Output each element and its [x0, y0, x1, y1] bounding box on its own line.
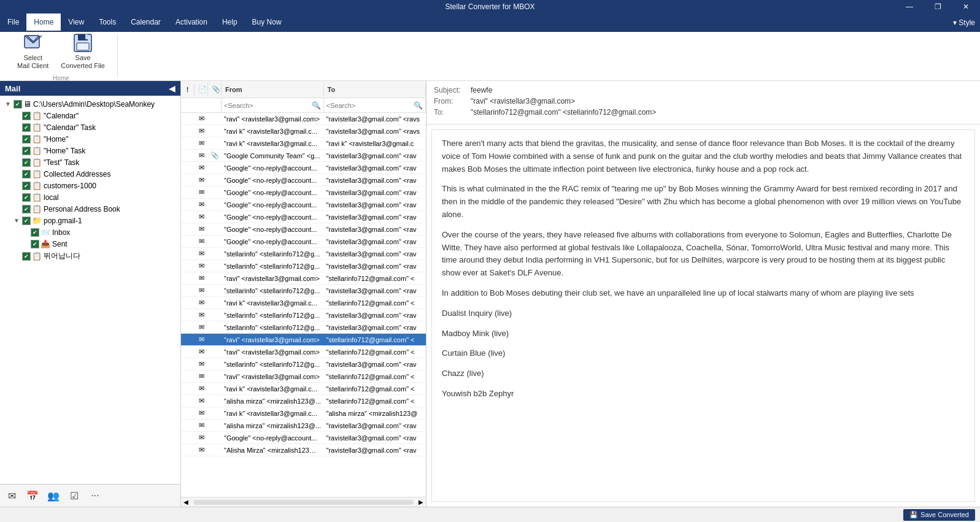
- email-row-selected[interactable]: ✉"ravi" <ravistellar3@gmail.com>"stellar…: [181, 334, 426, 346]
- tree-item-korean[interactable]: ✔ 📋 뛰어납니다: [0, 250, 180, 263]
- email-row[interactable]: ✉"Google" <no-reply@account..."ravistell…: [181, 211, 426, 223]
- email-row[interactable]: ✉"stellarinfo" <stellarinfo712@g..."ravi…: [181, 358, 426, 370]
- restore-button[interactable]: ❐: [924, 0, 952, 13]
- select-mail-client-button[interactable]: Select Mail Client: [12, 31, 53, 72]
- tab-help[interactable]: Help: [215, 13, 245, 32]
- flag: [181, 240, 195, 243]
- checkbox[interactable]: ✔: [22, 158, 31, 167]
- checkbox[interactable]: ✔: [22, 135, 31, 144]
- tree-item-customers[interactable]: ✔ 📋 customers-1000: [0, 180, 180, 191]
- checkbox[interactable]: ✔: [22, 123, 31, 132]
- save-converted-file-button[interactable]: Save Converted File: [56, 31, 110, 72]
- email-row[interactable]: ✉"ravi" <ravistellar3@gmail.com>"stellar…: [181, 272, 426, 285]
- email-row[interactable]: ✉📎"Google Community Team" <g..."ravistel…: [181, 150, 426, 162]
- attach: [208, 351, 222, 353]
- tree-item-calendar-task[interactable]: ✔ 📋 "Calendar" Task: [0, 121, 180, 133]
- email-row[interactable]: ✉"Google" <no-reply@account..."ravistell…: [181, 186, 426, 199]
- type-icon: ✉: [195, 334, 208, 345]
- from-search-input[interactable]: [224, 102, 312, 109]
- tab-tools[interactable]: Tools: [91, 13, 123, 32]
- from: "ravi" <ravistellar3@gmail.com>: [222, 372, 324, 382]
- save-icon: [73, 33, 93, 53]
- more-nav-button[interactable]: ···: [86, 487, 104, 504]
- style-menu[interactable]: ▾ Style: [953, 13, 980, 32]
- checkbox[interactable]: ✔: [22, 205, 31, 213]
- tab-view[interactable]: View: [61, 13, 91, 32]
- to-column-header[interactable]: To: [324, 83, 426, 96]
- to-search-input[interactable]: [326, 102, 414, 109]
- scroll-right-button[interactable]: ▶: [416, 499, 426, 505]
- tree-item-sent[interactable]: ✔ 📤 Sent: [0, 238, 180, 250]
- sidebar-collapse-button[interactable]: ◀: [169, 83, 176, 93]
- expand-icon-root[interactable]: ▼: [5, 101, 14, 107]
- checkbox[interactable]: ✔: [31, 240, 39, 248]
- contacts-nav-button[interactable]: 👥: [44, 487, 63, 504]
- tree-label: customers-1000: [44, 182, 96, 190]
- tree-item-collected-addresses[interactable]: ✔ 📋 Collected Addresses: [0, 168, 180, 180]
- tree-item-local[interactable]: ✔ 📋 local: [0, 191, 180, 203]
- tab-file[interactable]: File: [0, 13, 26, 32]
- email-row[interactable]: ✉"ravi" <ravistellar3@gmail.com>"stellar…: [181, 370, 426, 383]
- email-row[interactable]: ✉"alisha mirza" <mirzalish123@..."stella…: [181, 395, 426, 407]
- email-row[interactable]: ✉"ravi" <ravistellar3@gmail.com>"raviste…: [181, 113, 426, 125]
- mail-nav-button[interactable]: ✉: [2, 487, 21, 504]
- email-row[interactable]: ✉"ravi k" <ravistellar3@gmail.c..."stell…: [181, 297, 426, 309]
- tree-label: 뛰어납니다: [44, 251, 80, 261]
- email-row[interactable]: ✉"stellarinfo" <stellarinfo712@g..."ravi…: [181, 260, 426, 272]
- title-controls: — ❐ ✕: [895, 0, 980, 13]
- email-row[interactable]: ✉"ravi" <ravistellar3@gmail.com>"stellar…: [181, 346, 426, 358]
- tree-item-personal-address-book[interactable]: ✔ 📋 Personal Address Book: [0, 203, 180, 215]
- tree-item-home-task[interactable]: ✔ 📋 "Home" Task: [0, 145, 180, 156]
- type-icon: ✉: [195, 236, 208, 247]
- email-row[interactable]: ✉"Google" <no-reply@account..."ravistell…: [181, 236, 426, 248]
- tasks-nav-button[interactable]: ☑: [65, 487, 83, 504]
- checkbox[interactable]: ✔: [22, 112, 31, 120]
- email-row[interactable]: ✉"ravi k" <ravistellar3@gmail.c..."stell…: [181, 383, 426, 395]
- tab-activation[interactable]: Activation: [168, 13, 215, 32]
- email-row[interactable]: ✉"Alisha Mirza" <mirzalish123@..."ravist…: [181, 444, 426, 456]
- minimize-button[interactable]: —: [895, 0, 924, 13]
- save-converted-button[interactable]: 💾 Save Converted: [903, 509, 975, 521]
- email-row[interactable]: ✉"stellarinfo" <stellarinfo712@g..."ravi…: [181, 309, 426, 321]
- checkbox[interactable]: ✔: [22, 147, 31, 155]
- tree-item-root[interactable]: ▼ ✔ 🖥 C:\Users\Admin\Desktop\SeaMonkey: [0, 98, 180, 110]
- email-row[interactable]: ✉"Google" <no-reply@account..."ravistell…: [181, 432, 426, 444]
- scroll-left-button[interactable]: ◀: [181, 499, 191, 505]
- checkbox[interactable]: ✔: [22, 193, 31, 202]
- email-row[interactable]: ✉"ravi k" <ravistellar3@gmail.c..."alish…: [181, 407, 426, 420]
- email-row[interactable]: ✉"stellarinfo" <stellarinfo712@g..."ravi…: [181, 321, 426, 334]
- to: "ravistellar3@gmail.com" <rav: [324, 310, 426, 320]
- tree-item-inbox[interactable]: ✔ 📨 Inbox: [0, 226, 180, 238]
- tree-item-pop-gmail[interactable]: ▼ ✔ 📁 pop.gmail-1: [0, 215, 180, 226]
- tab-home[interactable]: Home: [26, 13, 61, 32]
- checkbox[interactable]: ✔: [22, 170, 31, 178]
- close-button[interactable]: ✕: [952, 0, 980, 13]
- email-row[interactable]: ✉"ravi k" <ravistellar3@gmail.c..."ravis…: [181, 125, 426, 137]
- tree-item-calendar[interactable]: ✔ 📋 "Calendar": [0, 110, 180, 121]
- tree-item-home[interactable]: ✔ 📋 "Home": [0, 133, 180, 145]
- from: "Alisha Mirza" <mirzalish123@...: [222, 445, 324, 455]
- type-icon: ✉: [195, 126, 208, 136]
- email-row[interactable]: ✉"Google" <no-reply@account..."ravistell…: [181, 174, 426, 186]
- inbox-icon: 📨: [41, 228, 50, 237]
- checkbox-root[interactable]: ✔: [14, 100, 22, 109]
- email-row[interactable]: ✉"Google" <no-reply@account..."ravistell…: [181, 199, 426, 211]
- email-row[interactable]: ✉"ravi k" <ravistellar3@gmail.c..."ravi …: [181, 137, 426, 150]
- checkbox[interactable]: ✔: [22, 252, 31, 261]
- checkbox[interactable]: ✔: [22, 182, 31, 190]
- calendar-nav-button[interactable]: 📅: [23, 487, 42, 504]
- expand-icon-popup[interactable]: ▼: [14, 217, 22, 224]
- email-row[interactable]: ✉"Google" <no-reply@account..."ravistell…: [181, 223, 426, 236]
- email-row[interactable]: ✉"Google" <no-reply@account..."ravistell…: [181, 162, 426, 174]
- title-bar: Stellar Converter for MBOX — ❐ ✕: [0, 0, 980, 13]
- email-row[interactable]: ✉"alisha mirza" <mirzalish123@..."ravist…: [181, 420, 426, 432]
- email-row[interactable]: ✉"stellarinfo" <stellarinfo712@g..."ravi…: [181, 285, 426, 297]
- tree-label: Sent: [52, 240, 68, 248]
- checkbox[interactable]: ✔: [31, 228, 39, 237]
- tree-item-test-task[interactable]: ✔ 📋 "Test" Task: [0, 156, 180, 168]
- from-column-header[interactable]: From: [222, 83, 324, 96]
- tab-buy-now[interactable]: Buy Now: [245, 13, 289, 32]
- tab-calendar[interactable]: Calendar: [123, 13, 168, 32]
- email-row[interactable]: ✉"stellarinfo" <stellarinfo712@g..."ravi…: [181, 248, 426, 260]
- checkbox[interactable]: ✔: [22, 217, 31, 225]
